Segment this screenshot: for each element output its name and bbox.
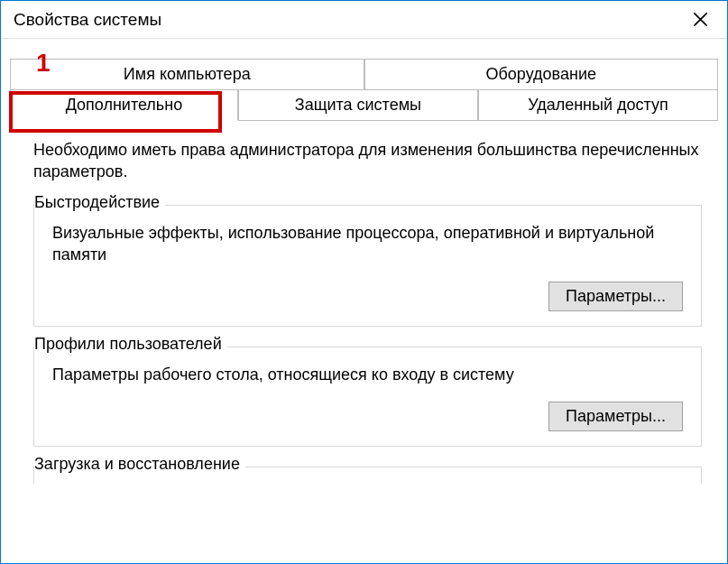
annotation-marker: 1 (36, 49, 51, 78)
tab-advanced[interactable]: Дополнительно (10, 89, 238, 121)
window-title: Свойства системы (14, 10, 161, 30)
tabs-container: Имя компьютера Оборудование Дополнительн… (1, 59, 727, 121)
close-icon (694, 13, 707, 26)
performance-desc: Визуальные эффекты, использование процес… (52, 222, 683, 266)
performance-button-row: Параметры... (52, 282, 683, 311)
profiles-button-row: Параметры... (52, 402, 683, 431)
profiles-title: Профили пользователей (34, 335, 227, 354)
titlebar: Свойства системы (1, 1, 727, 39)
performance-title: Быстродействие (34, 193, 165, 212)
tab-row-top: Имя компьютера Оборудование (10, 59, 718, 90)
tab-row-bottom: Дополнительно Защита системы Удаленный д… (10, 89, 718, 121)
tab-remote-access[interactable]: Удаленный доступ (478, 89, 718, 121)
system-properties-window: Свойства системы 1 Имя компьютера Оборуд… (0, 0, 728, 564)
close-button[interactable] (678, 1, 722, 38)
profiles-settings-button[interactable]: Параметры... (548, 402, 683, 431)
tab-hardware[interactable]: Оборудование (364, 59, 719, 90)
performance-settings-button[interactable]: Параметры... (548, 282, 683, 311)
startup-title: Загрузка и восстановление (34, 455, 245, 474)
performance-group: Быстродействие Визуальные эффекты, испол… (33, 205, 702, 328)
startup-group: Загрузка и восстановление (33, 467, 702, 484)
admin-rights-note: Необходимо иметь права администратора дл… (33, 139, 702, 183)
tab-system-protection[interactable]: Защита системы (238, 89, 478, 121)
tab-computer-name[interactable]: Имя компьютера (10, 59, 364, 90)
tab-content: Необходимо иметь права администратора дл… (1, 121, 727, 563)
profiles-group: Профили пользователей Параметры рабочего… (33, 347, 702, 447)
profiles-desc: Параметры рабочего стола, относящиеся ко… (52, 364, 683, 385)
